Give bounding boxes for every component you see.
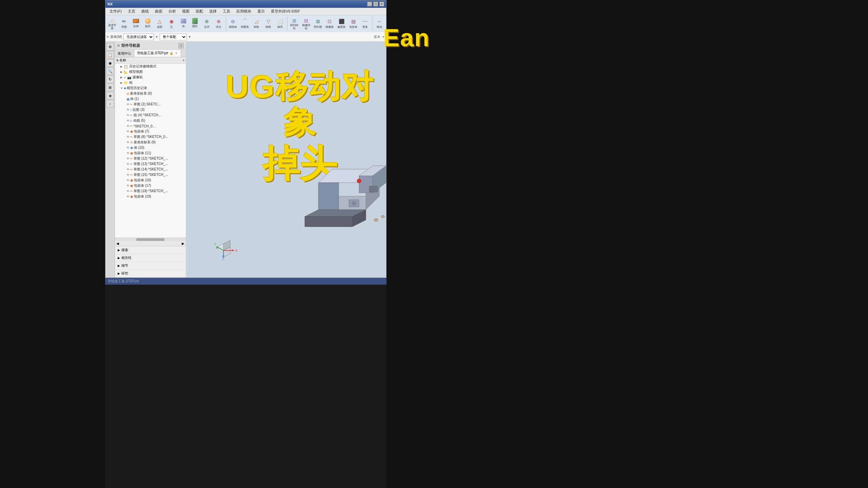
icon-bounding-17: ▣ xyxy=(130,184,133,187)
assembly-filter[interactable]: 整个装配 xyxy=(160,34,187,40)
vis-face-4: 👁 xyxy=(126,114,130,117)
tree-item-datum-9[interactable]: 👁 ⊕ 基准坐标系 (9) xyxy=(115,140,186,145)
menu-plugin[interactable]: 星空外挂V6.935F xyxy=(268,8,303,15)
section-relations[interactable]: ▶ 相关性 xyxy=(115,254,186,262)
tb-hole[interactable]: ◉ 孔 xyxy=(166,16,177,31)
tree-item-group[interactable]: ▶ 📁 组 xyxy=(115,80,186,85)
nav-gear-icon[interactable]: ⚙ xyxy=(117,44,120,47)
menu-analysis[interactable]: 分析 xyxy=(166,8,179,15)
tree-item-sketch-6[interactable]: 👁 ✏ *SKETCH_0... xyxy=(115,123,186,129)
section-study[interactable]: ▶ 研究 xyxy=(115,270,186,278)
section-details[interactable]: ▶ 细节 xyxy=(115,262,186,270)
tree-item-extrude-3[interactable]: 👁 □ 拉图 (3) xyxy=(115,107,186,113)
menu-bar: 文件(F) 主页 曲线 曲面 分析 视图 装配 选择 工具 应用模块 显示 星空… xyxy=(105,8,386,15)
tb-block[interactable]: 块 xyxy=(178,16,189,31)
strip-icon-0[interactable]: ⚙ xyxy=(106,43,114,50)
horizontal-scrollbar[interactable] xyxy=(115,238,186,241)
scroll-right-btn[interactable]: ▶ xyxy=(182,242,184,245)
tb-cylinder[interactable]: 圆柱 xyxy=(190,16,201,31)
tb-offset-face[interactable]: ⬛ 偏置面 xyxy=(336,16,347,31)
strip-icon-1[interactable]: 📋 xyxy=(106,51,114,59)
strip-icon-2[interactable]: ◉ xyxy=(106,59,114,67)
tree-item-sketch-13[interactable]: 👁 ✏ 草图 (13) *SKETCH_... xyxy=(115,161,186,167)
menu-display[interactable]: 显示 xyxy=(255,8,268,15)
menu-curves[interactable]: 曲线 xyxy=(139,8,152,15)
tree-item-model-history[interactable]: ▼ ● 模型历史记录 xyxy=(115,85,186,91)
content-area: ⚙ 📋 ◉ 🔍 ↻ ⊞ ◈ ↕ ⚙ 部件导航器 □ 发现中心 导轮 xyxy=(105,42,386,278)
tb-bounding-body[interactable]: ▤ 包容体 xyxy=(348,16,359,31)
tb-more[interactable]: ⋯ 更多 xyxy=(360,16,371,31)
section-search[interactable]: ▶ 搜索 xyxy=(115,246,186,254)
tree-item-sketch-15[interactable]: 👁 ✏ 草图 (15) *SKETCH_... xyxy=(115,172,186,178)
selection-filter[interactable]: 无选择过滤器 xyxy=(123,34,154,40)
scroll-controls: ◀ ▶ xyxy=(115,241,186,246)
tree-item-bounding-16[interactable]: 👁 ▣ 包容体 (16) xyxy=(115,178,186,183)
minimize-button[interactable]: _ xyxy=(367,2,372,6)
move-icon: ↔ xyxy=(375,17,383,25)
tb-chamfer[interactable]: ◿ 倒角 xyxy=(251,16,262,31)
close-button[interactable]: × xyxy=(379,2,384,6)
tree-item-bounding-7[interactable]: 👁 ▣ 包容体 (7) xyxy=(115,129,186,134)
strip-icon-6[interactable]: ◈ xyxy=(106,92,114,99)
tree-item-sketch-2[interactable]: 👁 ✏ 草图 (2) SKETC... xyxy=(115,102,186,107)
expand-icon[interactable]: ▼ xyxy=(382,35,385,39)
tb-pattern-face[interactable]: ⊠ 阵列面 xyxy=(312,16,323,31)
tb-mirror-feature[interactable]: ⊟ 镜像特征 xyxy=(300,16,312,31)
tb-sketch[interactable]: ✏ 草图 xyxy=(119,16,130,31)
tree-item-datum-0[interactable]: ⊕ 基准坐标系 (0) xyxy=(115,91,186,96)
tb-mirror-face[interactable]: ⊡ 镜像面 xyxy=(324,16,335,31)
tree-item-sketch-14[interactable]: 👁 ✏ 草图 (14) *SKETCH_... xyxy=(115,167,186,172)
tree-item-body-10[interactable]: 👁 ▣ 体 (10) xyxy=(115,145,186,150)
move-face-icon: ⊖ xyxy=(229,17,237,25)
tree-item-dynamic-5[interactable]: 👁 ▷ 动面 (5) xyxy=(115,118,186,123)
tree-item-history-mode[interactable]: ▶ 📋 历史记录建模模式 xyxy=(115,64,186,69)
tb-draft[interactable]: ▽ 拔模 xyxy=(263,16,274,31)
menu-surface[interactable]: 曲面 xyxy=(152,8,165,15)
tree-item-camera[interactable]: ▶ ✓ 📷 摄像机 xyxy=(115,75,186,80)
tab-close-button[interactable]: × xyxy=(175,52,178,55)
menu-view[interactable]: 视图 xyxy=(179,8,192,15)
tb-pattern-feature[interactable]: ⊞ 阵列特征 xyxy=(289,16,300,31)
strip-icon-4[interactable]: ↻ xyxy=(106,76,114,83)
tree-item-bounding-19[interactable]: 👁 ▣ 包容体 (19) xyxy=(115,194,186,199)
menu-home[interactable]: 主页 xyxy=(125,8,138,15)
tb-fillet[interactable]: ⌒ 倒圆角 xyxy=(239,16,250,31)
tb-extrude[interactable]: 拉伸 xyxy=(131,16,142,31)
sort-icon[interactable]: ⇅ xyxy=(116,59,119,62)
draft-icon: ▽ xyxy=(264,17,272,25)
tb-shell[interactable]: ⬜ 抽壳 xyxy=(275,16,286,31)
3d-viewport[interactable]: UG移动对象 掉头 xyxy=(186,42,386,278)
tab-discovery[interactable]: 发现中心 xyxy=(115,50,134,57)
strip-icon-5[interactable]: ⊞ xyxy=(106,84,114,91)
tb-move-face[interactable]: ⊖ 移除体 xyxy=(227,16,238,31)
tree-item-sketch-18[interactable]: 👁 ✏ 草图 (18) *SKETCH_... xyxy=(115,188,186,194)
tree-item-body-1[interactable]: ▣ 体 (1) xyxy=(115,96,186,102)
tb-datum-plane[interactable]: ◇ 基准平面 xyxy=(107,16,118,31)
tb-merge[interactable]: ⊕ 合并 xyxy=(201,16,213,31)
tree-item-face-4[interactable]: 👁 ✏ 面 (4) *SKETCH... xyxy=(115,113,186,118)
tree-options-icon[interactable]: ≡ xyxy=(183,59,184,62)
tree-item-bounding-17[interactable]: 👁 ▣ 包容体 (17) xyxy=(115,183,186,188)
menu-toggle[interactable]: ≡ xyxy=(107,35,109,39)
menu-select[interactable]: 选择 xyxy=(206,8,219,15)
menu-assembly[interactable]: 装配 xyxy=(193,8,206,15)
search-arrow: ▶ xyxy=(118,248,120,252)
tab-model-file[interactable]: 导轮架工装.STEP.prt 🔒 × xyxy=(134,50,181,57)
menu-tools[interactable]: 工具 xyxy=(220,8,233,15)
nav-collapse-button[interactable]: □ xyxy=(178,43,184,48)
tree-item-sketch-12[interactable]: 👁 ✏ 草图 (12) *SKETCH_... xyxy=(115,156,186,161)
tb-revolve[interactable]: 旋转 xyxy=(142,16,154,31)
tree-item-model-views[interactable]: ▶ 📐 模型视图 xyxy=(115,69,186,75)
scroll-thumb[interactable] xyxy=(136,238,165,241)
menu-file[interactable]: 文件(F) xyxy=(107,8,124,15)
tree-item-bounding-11[interactable]: 👁 ▣ 包容体 (11) xyxy=(115,150,186,156)
tb-form[interactable]: △ 成形 xyxy=(154,16,165,31)
menu-apps[interactable]: 应用模块 xyxy=(234,8,254,15)
strip-icon-3[interactable]: 🔍 xyxy=(106,67,114,75)
maximize-button[interactable]: □ xyxy=(373,2,378,6)
tree-item-sketch-8[interactable]: 👁 ✏ 草图 (8) *SKETCH_0... xyxy=(115,134,186,140)
scroll-left-btn[interactable]: ◀ xyxy=(116,242,119,245)
strip-icon-7[interactable]: ↕ xyxy=(106,100,114,107)
tb-subtract[interactable]: ⊗ 求文 xyxy=(213,16,224,31)
tb-move[interactable]: ↔ 移动 xyxy=(374,16,385,31)
